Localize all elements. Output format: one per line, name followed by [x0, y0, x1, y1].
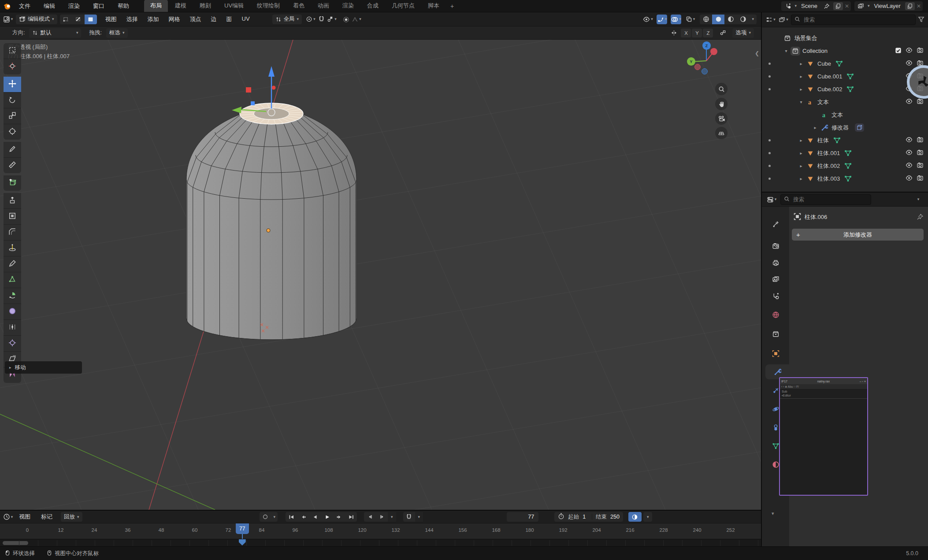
- viewlayer-icon[interactable]: [856, 2, 866, 10]
- zoom-button[interactable]: [715, 83, 728, 95]
- start-frame-value[interactable]: 1: [583, 514, 592, 520]
- auto-keying-chevron-icon[interactable]: ▾: [271, 515, 278, 519]
- tool-extrude-region-button[interactable]: [4, 193, 21, 209]
- filter-funnel-icon[interactable]: [918, 16, 924, 24]
- viewlayer-chevron-icon[interactable]: ▾: [868, 4, 870, 8]
- outliner-item-label[interactable]: 柱体.002: [817, 162, 840, 170]
- disable-in-renders-camera-icon[interactable]: [917, 47, 924, 55]
- props-tab-output[interactable]: [762, 255, 789, 270]
- nav-axis-y-ball[interactable]: Y: [687, 57, 695, 66]
- props-tab-object[interactable]: [762, 346, 789, 361]
- chevron-right-icon[interactable]: ▸: [797, 74, 805, 79]
- play-button[interactable]: [321, 512, 333, 522]
- timeline-menu-1[interactable]: 标记: [36, 513, 57, 521]
- mini-window-menubar[interactable]: ‹ › ⊗ Abu ∷ F/: [780, 384, 867, 389]
- workspace-tab-10[interactable]: 脚本: [422, 0, 445, 12]
- disable-in-renders-camera-icon[interactable]: [917, 98, 924, 106]
- outliner-item-label[interactable]: 柱体.001: [817, 149, 840, 157]
- playback-dropdown[interactable]: 回放▾: [61, 512, 82, 522]
- pan-hand-button[interactable]: [715, 98, 728, 110]
- proportional-edit-button[interactable]: [341, 15, 351, 24]
- playhead-pin[interactable]: [239, 539, 246, 545]
- viewlayer-remove-icon[interactable]: ✕: [917, 3, 921, 9]
- workspace-tab-3[interactable]: UV编辑: [218, 0, 250, 12]
- outliner-row-柱体.003[interactable]: ▸柱体.003: [762, 172, 928, 185]
- disable-in-renders-camera-icon[interactable]: [917, 149, 924, 157]
- viewport-menu-2[interactable]: 添加: [143, 15, 164, 23]
- chevron-down-icon[interactable]: ▾: [797, 100, 805, 104]
- mini-window-titlebar[interactable]: IF17 natny.rax – ▫ ×: [780, 378, 867, 384]
- drag-mode-dropdown[interactable]: 框选▾: [106, 28, 128, 38]
- timeline-snap-magnet-icon[interactable]: [403, 512, 415, 522]
- props-tab-world[interactable]: [762, 307, 789, 322]
- orientation-default-dropdown[interactable]: 默认▾: [29, 28, 81, 38]
- outliner-item-label[interactable]: 场景集合: [794, 34, 817, 42]
- properties-options-chevron-icon[interactable]: ▾: [913, 195, 924, 204]
- topbar-menu-4[interactable]: 帮助: [111, 0, 136, 12]
- chevron-right-icon[interactable]: ▸: [797, 138, 805, 143]
- outliner-item-label[interactable]: 文本: [817, 98, 829, 106]
- outliner-item-label[interactable]: 文本: [831, 111, 843, 119]
- show-gizmo-toggle[interactable]: ▾: [657, 15, 667, 24]
- outliner-display-mode-icon[interactable]: ▾: [765, 15, 776, 25]
- timeline-overlay-chevron-icon[interactable]: ▾: [643, 512, 653, 522]
- properties-search[interactable]: [780, 194, 871, 205]
- topbar-menu-2[interactable]: 渲染: [62, 0, 86, 12]
- chevron-right-icon[interactable]: ▸: [797, 163, 805, 168]
- outliner-item-label[interactable]: Collection: [802, 48, 828, 54]
- workspace-tab-2[interactable]: 雕刻: [193, 0, 217, 12]
- outliner-row-文本[interactable]: a文本: [762, 108, 928, 121]
- hide-in-viewport-eye-icon[interactable]: [906, 47, 913, 55]
- snap-with-dropdown[interactable]: ▾: [327, 15, 337, 24]
- edge-select-button[interactable]: [72, 15, 85, 24]
- mirror-axis-z-button[interactable]: Z: [703, 29, 713, 37]
- disable-in-renders-camera-icon[interactable]: [917, 162, 924, 170]
- outliner-row-修改器[interactable]: ▸修改器: [762, 121, 928, 134]
- modifier-badge-icon[interactable]: [855, 123, 864, 132]
- outliner-row-Cube[interactable]: ▸Cube: [762, 57, 928, 70]
- vertex-select-button[interactable]: [60, 15, 72, 24]
- next-frame-button[interactable]: [376, 512, 388, 522]
- outliner-search[interactable]: [791, 15, 916, 25]
- timeline-scrollbar[interactable]: [0, 539, 761, 547]
- mirror-axis-x-button[interactable]: X: [681, 29, 691, 37]
- tool-smooth-button[interactable]: [4, 304, 21, 320]
- add-modifier-button[interactable]: + 添加修改器: [792, 229, 924, 241]
- scene-chevron-icon[interactable]: ▾: [794, 4, 797, 8]
- end-frame-value[interactable]: 250: [610, 514, 620, 520]
- toggle-grid-button[interactable]: [715, 127, 728, 139]
- orientation-dropdown[interactable]: 全局▾: [272, 15, 302, 24]
- blender-logo-icon[interactable]: [3, 2, 12, 10]
- tool-annotate-button[interactable]: [4, 142, 21, 158]
- outliner-item-label[interactable]: Cube.001: [817, 73, 842, 80]
- outliner-row-Collection[interactable]: ▾Collection: [762, 45, 928, 57]
- outliner-filter-id-icon[interactable]: ▾: [778, 15, 789, 25]
- tool-move-button[interactable]: [4, 77, 21, 93]
- editor-type-3d-icon[interactable]: ▾: [3, 15, 13, 24]
- outliner-row-场景集合[interactable]: 场景集合: [762, 32, 928, 45]
- properties-search-input[interactable]: [792, 196, 868, 203]
- outliner-row-文本[interactable]: ▾a文本: [762, 96, 928, 108]
- workspace-tab-8[interactable]: 合成: [361, 0, 385, 12]
- outliner-row-Cube.002[interactable]: ▸Cube.002: [762, 83, 928, 96]
- wireframe-shading-button[interactable]: [700, 15, 712, 24]
- tool-poly-build-button[interactable]: [4, 272, 21, 288]
- timeline-menu-0[interactable]: 视图: [14, 513, 35, 521]
- viewlayer-copy-icon[interactable]: [905, 2, 915, 10]
- timeline-snap-chevron-icon[interactable]: ▾: [415, 512, 423, 522]
- topbar-menu-0[interactable]: 文件: [12, 0, 37, 12]
- play-reverse-button[interactable]: [309, 512, 321, 522]
- hide-in-viewport-eye-icon[interactable]: [906, 98, 913, 106]
- timeline-ruler[interactable]: 77 0122436486072849610812013214415616818…: [0, 523, 761, 539]
- scene-unlink-icon[interactable]: ✕: [845, 3, 849, 9]
- current-frame-field[interactable]: 77: [507, 512, 538, 522]
- xray-toggle[interactable]: ▾: [685, 15, 695, 24]
- outliner-row-柱体[interactable]: ▸柱体: [762, 134, 928, 147]
- workspace-tab-1[interactable]: 建模: [169, 0, 193, 12]
- mirror-icon[interactable]: [668, 28, 679, 38]
- mirror-axis-y-button[interactable]: Y: [692, 29, 702, 37]
- timeline-overlay-toggle[interactable]: [628, 512, 642, 522]
- nav-axis-x-ball[interactable]: [710, 48, 717, 55]
- workspace-tab-0[interactable]: 布局: [144, 0, 168, 12]
- chevron-right-icon[interactable]: ▸: [811, 125, 819, 130]
